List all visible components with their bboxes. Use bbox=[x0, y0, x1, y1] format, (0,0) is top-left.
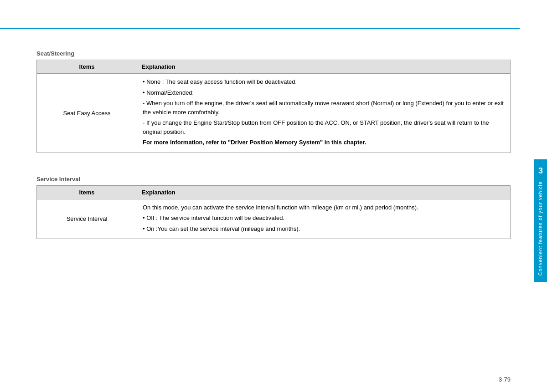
service-interval-table: Items Explanation Service Interval On th… bbox=[36, 185, 511, 239]
chapter-label: Convenient features of your vehicle bbox=[537, 181, 544, 275]
service-interval-title: Service Interval bbox=[36, 176, 511, 183]
service-exp-line-1: On this mode, you can activate the servi… bbox=[143, 203, 505, 212]
service-interval-explanation: On this mode, you can activate the servi… bbox=[137, 199, 511, 239]
seat-explanation-text: • None : The seat easy access function w… bbox=[143, 77, 505, 147]
seat-table-header-explanation: Explanation bbox=[137, 60, 511, 74]
seat-easy-access-explanation: • None : The seat easy access function w… bbox=[137, 74, 511, 153]
service-table-header-items: Items bbox=[37, 185, 137, 199]
service-interval-item: Service Interval bbox=[37, 199, 137, 239]
seat-exp-line-5: For more information, refer to "Driver P… bbox=[143, 138, 505, 147]
seat-easy-access-item: Seat Easy Access bbox=[37, 74, 137, 153]
seat-table-header-items: Items bbox=[37, 60, 137, 74]
seat-exp-line-1: • None : The seat easy access function w… bbox=[143, 77, 505, 87]
service-table-header-explanation: Explanation bbox=[137, 185, 511, 199]
seat-exp-line-2: • Normal/Extended: bbox=[143, 88, 505, 97]
seat-exp-line-4: - If you change the Engine Start/Stop bu… bbox=[143, 118, 505, 136]
seat-steering-title: Seat/Steering bbox=[36, 50, 511, 57]
page-number: 3-79 bbox=[499, 376, 511, 383]
service-interval-row: Service Interval On this mode, you can a… bbox=[37, 199, 511, 239]
service-interval-section: Service Interval Items Explanation Servi… bbox=[36, 176, 511, 239]
seat-easy-access-row: Seat Easy Access • None : The seat easy … bbox=[37, 74, 511, 153]
chapter-number: 3 bbox=[538, 166, 543, 176]
service-exp-line-2: • Off : The service interval function wi… bbox=[143, 214, 505, 223]
seat-steering-section: Seat/Steering Items Explanation Seat Eas… bbox=[36, 50, 511, 153]
top-border-line bbox=[0, 28, 520, 29]
main-content: Seat/Steering Items Explanation Seat Eas… bbox=[36, 36, 511, 374]
seat-steering-table: Items Explanation Seat Easy Access • Non… bbox=[36, 60, 511, 153]
service-exp-line-3: • On :You can set the service interval (… bbox=[143, 224, 505, 234]
seat-exp-line-3: - When you turn off the engine, the driv… bbox=[143, 99, 505, 117]
service-explanation-text: On this mode, you can activate the servi… bbox=[143, 203, 505, 234]
chapter-side-tab: 3 Convenient features of your vehicle bbox=[534, 159, 547, 282]
